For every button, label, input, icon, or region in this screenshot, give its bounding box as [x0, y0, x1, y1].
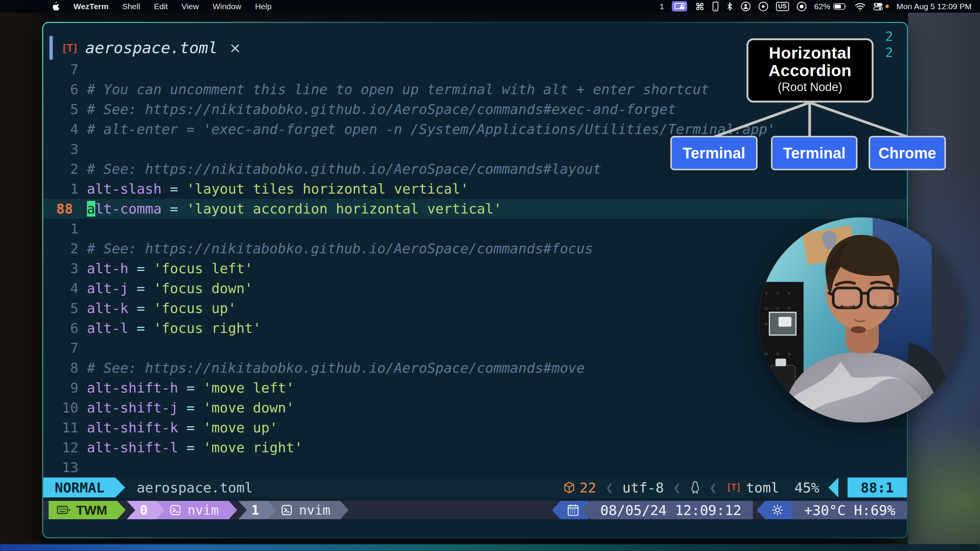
- token-str: 'focus down': [153, 280, 253, 296]
- statusline-separator: ❮: [605, 480, 613, 495]
- editor-line[interactable]: 13: [43, 458, 907, 478]
- line-content: # You can uncomment this line to open up…: [87, 80, 709, 99]
- callout-node-terminal-1: Terminal: [670, 136, 758, 170]
- callout-node-chrome: Chrome: [869, 136, 946, 170]
- line-number: 9: [56, 378, 78, 398]
- line-number: 5: [56, 298, 78, 318]
- token-key: alt-l: [87, 320, 128, 336]
- menu-item-help[interactable]: Help: [255, 2, 271, 11]
- notification-dot: [885, 5, 889, 8]
- line-number: 7: [56, 338, 78, 358]
- editor-line[interactable]: 9alt-shift-h = 'move left': [43, 378, 907, 398]
- editor-line[interactable]: 12alt-shift-l = 'move right': [43, 438, 907, 458]
- facetime-person-icon[interactable]: [741, 2, 751, 11]
- tmux-window-body: nvim: [268, 501, 349, 519]
- token-key: alt-j: [87, 280, 128, 296]
- token-plain: [162, 201, 170, 217]
- screen-mirroring-icon[interactable]: [672, 1, 687, 11]
- menu-item-edit[interactable]: Edit: [154, 2, 168, 11]
- menu-app-name[interactable]: WezTerm: [74, 2, 108, 11]
- menu-item-window[interactable]: Window: [212, 2, 241, 11]
- editor-line[interactable]: 1: [43, 219, 907, 239]
- token-str: 'focus right': [153, 320, 261, 336]
- token-plain: [128, 280, 137, 296]
- file-encoding: utf-8: [622, 480, 664, 496]
- line-content: # See: https://nikitabobko.github.io/Aer…: [87, 159, 601, 179]
- token-op: =: [137, 300, 145, 316]
- token-str: 'focus up': [153, 300, 236, 316]
- editor-line[interactable]: 10alt-shift-j = 'move down': [43, 398, 907, 418]
- token-comment: # You can uncomment this line to open up…: [87, 82, 709, 97]
- tab-aerospace-toml[interactable]: [T] aerospace.toml ×: [43, 36, 241, 60]
- tmux-status-bar: TWM 0nvim1nvim 08/05/24 12:09:12 +30°C H…: [43, 501, 907, 519]
- line-number: 5: [56, 99, 78, 119]
- keyboard-icon: [57, 505, 70, 515]
- wifi-icon[interactable]: [855, 2, 866, 11]
- control-center-icon[interactable]: [873, 2, 889, 11]
- tab-indicators: 2 2: [885, 28, 893, 60]
- token-plain: [195, 420, 203, 435]
- token-plain: [178, 380, 186, 396]
- token-comment: # See: https://nikitabobko.github.io/Aer…: [87, 241, 593, 256]
- token-plain: [145, 261, 154, 276]
- iphone-icon[interactable]: [712, 2, 719, 11]
- terminal-prompt-icon: [281, 505, 292, 515]
- filetype-indicator: [T] toml: [726, 480, 779, 496]
- line-content: # See: https://nikitabobko.github.io/Aer…: [87, 358, 585, 378]
- token-plain: [195, 400, 203, 416]
- token-str: 'move right': [203, 440, 302, 455]
- line-number: 6: [56, 318, 78, 338]
- menu-item-view[interactable]: View: [181, 2, 199, 11]
- statusline-separator: ❮: [709, 480, 717, 495]
- terminal-prompt-icon: [170, 505, 181, 515]
- stop-circle-icon[interactable]: [797, 2, 807, 11]
- token-op: =: [137, 280, 145, 296]
- token-plain: [145, 320, 154, 336]
- editor-line[interactable]: 1alt-slash = 'layout tiles horizontal ve…: [43, 179, 907, 199]
- menu-item-shell[interactable]: Shell: [122, 2, 140, 11]
- bluetooth-icon[interactable]: [726, 2, 733, 11]
- line-number: 6: [56, 80, 78, 99]
- apple-menu[interactable]: [51, 2, 60, 11]
- tab-active-indicator: [49, 36, 53, 60]
- token-op: =: [186, 380, 195, 396]
- play-circle-icon[interactable]: [758, 2, 768, 11]
- token-key: alt-shift-j: [87, 400, 178, 416]
- token-plain: [178, 420, 186, 435]
- line-number: 1: [56, 179, 78, 199]
- os-penguin-icon: [690, 481, 700, 494]
- editor-current-line[interactable]: 88alt-comma = 'layout accordion horizont…: [43, 199, 907, 219]
- line-content: alt-l = 'focus right': [87, 318, 261, 338]
- powerline-separator: [115, 478, 125, 497]
- line-content: alt-slash = 'layout tiles horizontal ver…: [87, 179, 469, 199]
- token-plain: [178, 400, 186, 416]
- editor-line[interactable]: 11alt-shift-k = 'move up': [43, 418, 907, 438]
- line-number: 8: [56, 358, 78, 378]
- tmux-window-1[interactable]: 1nvim: [237, 501, 349, 519]
- callout-title-line2: Accordion: [748, 62, 872, 79]
- token-comment: # See: https://nikitabobko.github.io/Aer…: [87, 161, 601, 177]
- statusline: NORMAL aerospace.toml 22 ❮ utf-8 ❮ ❮ [T]: [43, 478, 907, 497]
- tmux-session[interactable]: TWM: [49, 501, 126, 519]
- tab-indicator: 2: [885, 44, 893, 60]
- token-key: alt-shift-l: [87, 440, 178, 455]
- keyboard-layout-badge[interactable]: US: [776, 2, 789, 11]
- callout-title-line1: Horizontal: [748, 44, 872, 62]
- token-plain: [195, 380, 203, 396]
- tmux-window-0[interactable]: 0nvim: [126, 501, 237, 519]
- menu-bar: WezTerm Shell Edit View Window Help 1: [0, 0, 980, 13]
- tab-close-icon[interactable]: ×: [229, 39, 241, 56]
- tmux-window-name: nvim: [188, 502, 219, 518]
- token-op: =: [186, 400, 195, 416]
- token-key: lt-comma: [95, 201, 162, 217]
- command-icon[interactable]: [695, 2, 705, 11]
- token-plain: [128, 300, 137, 316]
- battery-status[interactable]: 62%: [814, 2, 847, 11]
- line-content: alt-shift-h = 'move left': [87, 378, 294, 398]
- callout-subtitle: (Root Node): [748, 79, 872, 95]
- tmux-datetime: 08/05/24 12:09:12: [582, 501, 753, 519]
- line-content: alt-j = 'focus down': [87, 279, 253, 298]
- battery-icon: [833, 3, 847, 10]
- token-str: 'move left': [203, 380, 294, 396]
- editor-line[interactable]: 2# See: https://nikitabobko.github.io/Ae…: [43, 239, 907, 259]
